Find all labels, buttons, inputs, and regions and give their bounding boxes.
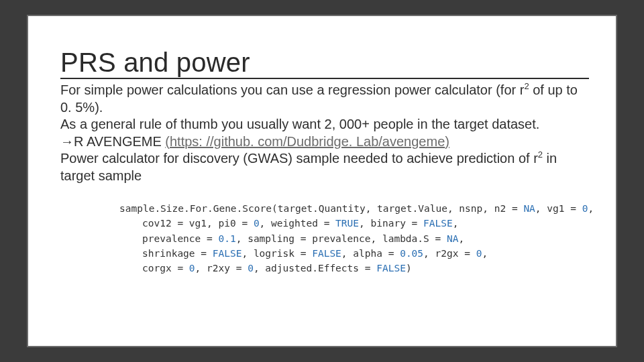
- r-squared-sup-2: 2: [538, 150, 543, 160]
- paragraph-3: Power calculator for discovery (GWAS) sa…: [60, 150, 589, 184]
- code-comma-1: ,: [588, 203, 594, 214]
- code-comma-2: ,: [453, 218, 459, 229]
- paragraph-2: As a general rule of thumb you usually w…: [60, 116, 589, 133]
- code-false-1: FALSE: [423, 218, 453, 229]
- tool-url-text: https: //github. com/Dudbridge. Lab/aven…: [170, 134, 445, 149]
- code-zero-5: 0: [248, 263, 254, 274]
- code-l5b: , r2xy =: [195, 263, 248, 274]
- code-num-005: 0.05: [400, 248, 423, 259]
- code-l4a: shrinkage =: [142, 248, 213, 259]
- code-l4b: , logrisk =: [241, 248, 312, 259]
- code-l3a: prevalence =: [142, 233, 219, 244]
- para1-text-a: For simple power calculations you can us…: [60, 82, 524, 97]
- code-rparen: ): [406, 263, 412, 274]
- code-l2a: cov12 = vg1, pi0 =: [142, 218, 254, 229]
- code-false-2: FALSE: [213, 248, 242, 259]
- slide-title: PRS and power: [60, 48, 589, 79]
- paragraph-1: For simple power calculations you can us…: [60, 82, 589, 116]
- code-snippet: sample.Size.For.Gene.Score(target.Quanti…: [114, 197, 535, 283]
- code-false-3: FALSE: [312, 248, 341, 259]
- code-true-1: TRUE: [335, 218, 359, 229]
- tool-name: R AVENGEME: [74, 134, 165, 149]
- code-num-01: 0.1: [219, 233, 236, 244]
- tool-link[interactable]: (https: //github. com/Dudbridge. Lab/ave…: [165, 134, 449, 149]
- slide-card: PRS and power For simple power calculati…: [27, 15, 617, 347]
- code-line-5: corgx = 0, r2xy = 0, adjusted.Effects = …: [119, 261, 530, 276]
- paren-close: ): [445, 134, 449, 149]
- code-l1-args: (target.Quantity, target.Value, nsnp, n2…: [272, 203, 523, 214]
- r-squared-sup-1: 2: [524, 81, 529, 91]
- code-line-4: shrinkage = FALSE, logrisk = FALSE, alph…: [119, 246, 530, 261]
- code-l4c: , alpha =: [341, 248, 400, 259]
- code-l2c: , binary =: [359, 218, 423, 229]
- code-l5a: corgx =: [142, 263, 189, 274]
- code-l2b: , weighted =: [260, 218, 336, 229]
- code-fn-name: sample.Size.For.Gene.Score: [119, 203, 272, 214]
- paren-open: (: [165, 134, 170, 149]
- code-l1-tail: , vg1 =: [535, 203, 582, 214]
- code-na-1: NA: [523, 203, 535, 214]
- code-l5c: , adjusted.Effects =: [254, 263, 376, 274]
- code-l3b: , sampling = prevalence, lambda.S =: [236, 233, 447, 244]
- code-comma-4: ,: [482, 248, 488, 259]
- code-line-3: prevalence = 0.1, sampling = prevalence,…: [119, 231, 530, 246]
- code-line-1: sample.Size.For.Gene.Score(target.Quanti…: [119, 201, 530, 216]
- code-zero-2: 0: [254, 218, 260, 229]
- slide-body: For simple power calculations you can us…: [60, 82, 589, 185]
- code-l4d: , r2gx =: [423, 248, 476, 259]
- code-false-4: FALSE: [376, 263, 406, 274]
- code-zero-4: 0: [189, 263, 195, 274]
- code-na-2: NA: [447, 233, 458, 244]
- arrow-icon: →: [60, 134, 74, 149]
- tool-reference-line: →R AVENGEME (https: //github. com/Dudbri…: [60, 133, 589, 151]
- para3-text-a: Power calculator for discovery (GWAS) sa…: [60, 151, 538, 166]
- code-comma-3: ,: [458, 233, 464, 244]
- code-line-2: cov12 = vg1, pi0 = 0, weighted = TRUE, b…: [119, 216, 530, 231]
